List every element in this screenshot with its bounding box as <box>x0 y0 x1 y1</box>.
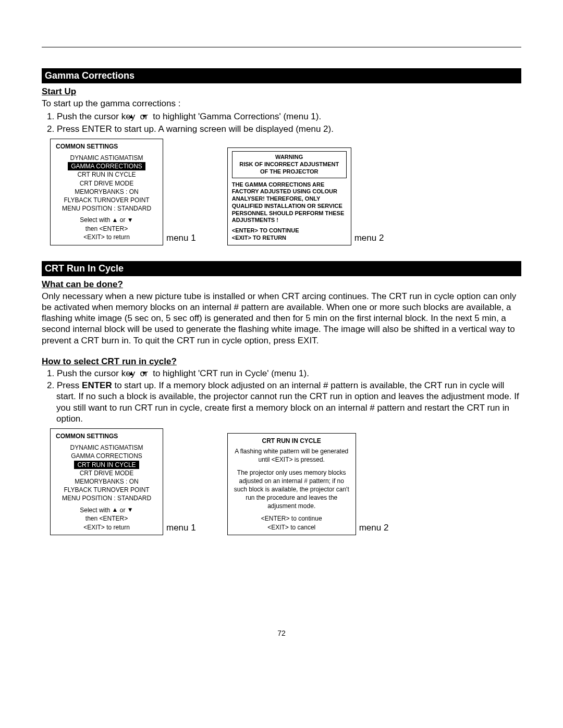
subhead-how-to-select: How to select CRT run in cycle? <box>42 356 521 367</box>
arrow-down-icon: ▼ <box>127 216 133 224</box>
subhead-what-can-be-done: What can be done? <box>42 279 521 290</box>
crt-paragraph: Only necessary when a new picture tube i… <box>42 291 521 346</box>
crt-step-2: 2. Press ENTER to start up. If a memory … <box>42 380 521 424</box>
crt-title: CRT RUN IN CYCLE <box>233 437 350 445</box>
crt-exit: <EXIT> to cancel <box>233 523 350 532</box>
crt-step2-c: to start up. If a memory block adjusted … <box>56 380 519 424</box>
menu-box-crt-run-in: CRT RUN IN CYCLE A flashing white patter… <box>227 433 356 535</box>
arrow-up-icon: ▲ <box>112 216 118 224</box>
menu1-hint-select: Select with ▲ or ▼ <box>56 216 157 225</box>
menu-item-highlighted: GAMMA CORRECTIONS <box>68 162 145 170</box>
section-heading-gamma: Gamma Corrections <box>42 68 521 83</box>
menu-box-common-settings-2: COMMON SETTINGS DYNAMIC ASTIGMATISMGAMMA… <box>50 428 163 535</box>
crt-p2: The projector only uses memory blocks ad… <box>233 468 350 511</box>
menu2-hint-exit: <EXIT> to return <box>56 523 157 532</box>
menu-item: DYNAMIC ASTIGMATISM <box>56 154 157 162</box>
menu-item: MEMORYBANKS : ON <box>56 477 157 486</box>
menu2-label: menu 2 <box>351 233 384 245</box>
menu-item: CRT RUN IN CYCLE <box>56 461 157 469</box>
menu2-title: COMMON SETTINGS <box>56 432 157 440</box>
hint-pre: Select with <box>80 216 112 224</box>
menu-item: MEMORYBANKS : ON <box>56 188 157 196</box>
menu-item: GAMMA CORRECTIONS <box>56 162 157 170</box>
crt-step-1: 1. Push the cursor key ▲ or ▼ to highlig… <box>42 368 521 379</box>
crt-step1-prefix: 1. Push the cursor key <box>47 368 138 378</box>
s2-menu1-label: menu 1 <box>163 523 196 535</box>
menu-item-highlighted: CRT RUN IN CYCLE <box>74 461 139 469</box>
crt-step2-a: 2. Press <box>47 380 82 390</box>
warning-inner-box: WARNING RISK OF INCORRECT ADJUSTMENT OF … <box>232 151 347 178</box>
menu1-label: menu 1 <box>163 233 196 245</box>
crt-step1-suffix: to highlight 'CRT run in Cycle' (menu 1)… <box>150 368 309 378</box>
menu-item: CRT DRIVE MODE <box>56 469 157 477</box>
subhead-start-up: Start Up <box>42 87 521 97</box>
step1-prefix: 1. Push the cursor key <box>47 112 138 121</box>
warn-line2: RISK OF INCORRECT ADJUSTMENT <box>234 161 345 168</box>
hint-mid: or <box>118 216 127 224</box>
crt-enter: <ENTER> to continue <box>233 514 350 523</box>
warn-exit: <EXIT> TO RETURN <box>232 235 347 242</box>
menu-box-warning: WARNING RISK OF INCORRECT ADJUSTMENT OF … <box>227 147 351 245</box>
warn-paragraph: THE GAMMA CORRECTIONS ARE FACTORY ADJUST… <box>232 181 347 225</box>
menu-item: MENU POSITION : STANDARD <box>56 494 157 502</box>
arrow-up-icon: ▲ <box>112 505 118 514</box>
crt-step2-enter: ENTER <box>82 380 112 390</box>
crt-p1: A flashing white pattern will be generat… <box>233 447 350 464</box>
gamma-intro: To start up the gamma corrections : <box>42 98 521 109</box>
step1-suffix: to highlight 'Gamma Corrections' (menu 1… <box>150 112 321 121</box>
warn-line3: OF THE PROJECTOR <box>234 168 345 176</box>
menu1-title: COMMON SETTINGS <box>56 142 157 151</box>
section-heading-crt: CRT Run In Cycle <box>42 261 521 276</box>
warn-enter: <ENTER> TO CONTINUE <box>232 227 347 235</box>
menu-item: FLYBACK TURNOVER POINT <box>56 196 157 204</box>
menu-item: CRT RUN IN CYCLE <box>56 170 157 179</box>
menu-item: MENU POSITION : STANDARD <box>56 204 157 213</box>
warn-line1: WARNING <box>234 154 345 161</box>
hint-mid: or <box>118 507 127 514</box>
menu1-hint-then: then <ENTER> <box>56 225 157 233</box>
menu-item: FLYBACK TURNOVER POINT <box>56 486 157 494</box>
menu1-hint-exit: <EXIT> to return <box>56 233 157 241</box>
gamma-step-1: 1. Push the cursor key ▲ or ▼ to highlig… <box>42 111 521 122</box>
menu2-hint-then: then <ENTER> <box>56 514 157 523</box>
arrow-down-icon: ▼ <box>127 505 133 514</box>
menu-item: CRT DRIVE MODE <box>56 179 157 188</box>
menu-item: GAMMA CORRECTIONS <box>56 452 157 460</box>
menu2-hint-select: Select with ▲ or ▼ <box>56 506 157 515</box>
gamma-step-2: 2. Press ENTER to start up. A warning sc… <box>42 124 521 134</box>
menu-box-common-settings-1: COMMON SETTINGS DYNAMIC ASTIGMATISMGAMMA… <box>50 139 163 245</box>
menu-item: DYNAMIC ASTIGMATISM <box>56 443 157 452</box>
page-number: 72 <box>42 629 521 637</box>
top-rule <box>42 47 521 47</box>
hint-pre: Select with <box>80 507 112 514</box>
s2-menu2-label: menu 2 <box>356 523 389 535</box>
